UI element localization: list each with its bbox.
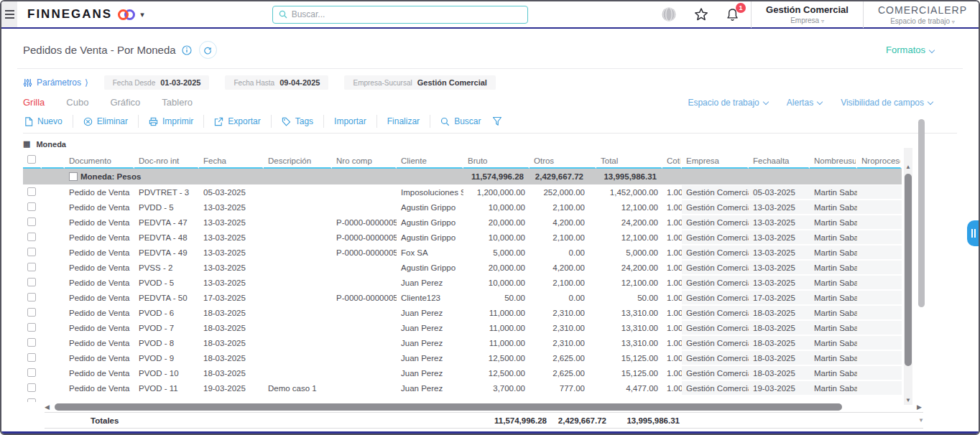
row-checkbox[interactable] — [27, 248, 36, 256]
column-header-bruto[interactable]: Bruto — [463, 154, 530, 169]
table-row[interactable]: Pedido de Venta PVOD - 6 18-03-2025 Juan… — [23, 305, 902, 320]
tab-grafico[interactable]: Gráfico — [110, 97, 140, 108]
scroll-up-icon[interactable]: ▲ — [905, 164, 911, 170]
page-vertical-scrollbar[interactable]: ▼ — [918, 42, 925, 429]
cell-bruto: 12,500.00 — [463, 354, 530, 362]
brand-caret-icon[interactable]: ▾ — [140, 10, 144, 19]
row-checkbox[interactable] — [27, 398, 36, 403]
scroll-left-icon[interactable]: ◀ — [45, 403, 50, 411]
company-selector[interactable]: Gestión Comercial Empresa ▿ — [754, 4, 860, 24]
global-search[interactable] — [272, 6, 528, 24]
row-checkbox[interactable] — [27, 293, 36, 301]
column-header-documento[interactable]: Documento — [65, 154, 134, 169]
delete-button[interactable]: Eliminar — [73, 115, 139, 128]
row-checkbox[interactable] — [27, 353, 36, 362]
divider — [751, 1, 752, 28]
select-all-checkbox[interactable] — [27, 155, 36, 164]
horizontal-scroll-thumb[interactable] — [55, 403, 842, 411]
export-button[interactable]: Exportar — [204, 115, 271, 128]
table-row[interactable]: Pedido de Venta PVOD - 11 19-03-2025 Dem… — [23, 380, 902, 396]
side-panel-toggle[interactable] — [967, 220, 980, 246]
table-row[interactable]: Pedido de Venta PEDVTA - 47 13-03-2025 P… — [23, 215, 902, 230]
globe-icon[interactable] — [660, 6, 678, 23]
filter-chip-fecha-desde[interactable]: Fecha Desde 01-03-2025 — [104, 75, 210, 90]
column-header-descripcion[interactable]: Descripción — [264, 154, 332, 169]
parameters-button[interactable]: Parámetros ⟩ — [23, 78, 88, 88]
cell-doc-nro-int: PEDVTA - 49 — [134, 248, 199, 257]
group-checkbox[interactable] — [69, 172, 78, 181]
table-row[interactable]: Pedido de Venta PEDVTA - 48 13-03-2025 P… — [23, 230, 902, 245]
formats-dropdown[interactable]: Formatos — [886, 45, 934, 55]
horizontal-scrollbar[interactable]: ◀ ▶ — [45, 403, 923, 412]
grid-scroll-thumb[interactable] — [905, 174, 912, 366]
global-search-input[interactable] — [292, 9, 522, 19]
favorites-star-icon[interactable] — [693, 6, 709, 22]
table-row[interactable]: Pedido de Venta PVOD - 9 18-03-2025 Juan… — [23, 350, 902, 365]
totals-row: Totales 11,574,996.28 2,429,667.72 13,99… — [45, 412, 923, 429]
notifications-bell-icon[interactable]: 1 — [725, 7, 740, 22]
filter-funnel-icon[interactable] — [492, 116, 502, 126]
row-checkbox[interactable] — [27, 278, 36, 286]
info-icon[interactable] — [182, 45, 192, 55]
link-espacio-de-trabajo[interactable]: Espacio de trabajo — [688, 98, 767, 108]
finalize-button[interactable]: Finalizar — [377, 115, 430, 128]
column-header-cotiz[interactable]: Cotiz — [662, 154, 682, 169]
table-row[interactable]: Pedido de Venta PEDVTA - 50 17-03-2025 P… — [23, 290, 902, 305]
cell-total: 13,310.00 — [596, 339, 662, 347]
column-header-cliente[interactable]: Cliente — [397, 154, 463, 169]
column-header-nroproceso[interactable]: Nroproceso — [857, 154, 902, 169]
hamburger-menu-icon[interactable] — [1, 1, 17, 27]
row-checkbox[interactable] — [27, 308, 36, 317]
row-checkbox[interactable] — [27, 233, 36, 241]
cell-cotiz: 1.00 — [662, 369, 682, 378]
group-row-moneda-pesos[interactable]: Moneda: Pesos 11,574,996.28 2,429,667.72… — [23, 169, 902, 184]
import-button[interactable]: Importar — [324, 115, 377, 128]
brand-logo[interactable]: FINNEGANS ▾ — [27, 7, 144, 22]
table-row[interactable]: Pedido de Venta PVOD - 10 18-03-2025 Jua… — [23, 365, 902, 380]
row-checkbox[interactable] — [27, 263, 36, 271]
row-checkbox[interactable] — [27, 338, 36, 347]
chip-label: Empresa-Sucursal — [353, 79, 412, 87]
cell-bruto: 20,000.00 — [463, 218, 530, 227]
divider — [863, 1, 864, 28]
tab-tablero[interactable]: Tablero — [162, 97, 193, 108]
new-button[interactable]: Nuevo — [23, 115, 73, 128]
scroll-down-icon[interactable]: ▼ — [918, 417, 924, 424]
column-header-fecha[interactable]: Fecha — [199, 154, 264, 169]
print-button[interactable]: Imprimir — [139, 115, 204, 128]
table-row[interactable]: Pedido de Venta PDVTRET - 3 05-03-2025 I… — [23, 184, 902, 200]
filter-chip-empresa-sucursal[interactable]: Empresa-Sucursal Gestión Comercial — [344, 75, 495, 90]
tags-button[interactable]: Tags — [272, 115, 324, 128]
row-checkbox[interactable] — [27, 218, 36, 226]
row-checkbox[interactable] — [27, 187, 36, 196]
table-row[interactable]: Pedido de Venta PVOD - 8 18-03-2025 Juan… — [23, 335, 902, 350]
column-header-otros[interactable]: Otros — [530, 154, 596, 169]
table-row[interactable]: Pedido de Venta PVOD - 5 13-03-2025 Juan… — [23, 275, 902, 290]
page-scroll-thumb[interactable] — [918, 119, 925, 307]
tab-grilla[interactable]: Grilla — [23, 97, 45, 108]
workspace-selector[interactable]: COMERCIALERP Espacio de trabajo ▿ — [866, 4, 979, 25]
column-header-doc-nro-int[interactable]: Doc-nro int — [134, 154, 199, 169]
scroll-down-icon[interactable]: ▼ — [905, 397, 911, 403]
refresh-button[interactable] — [199, 41, 217, 59]
column-header-empresa[interactable]: Empresa — [682, 154, 749, 169]
row-checkbox[interactable] — [27, 202, 36, 211]
row-checkbox[interactable] — [27, 383, 36, 392]
row-checkbox[interactable] — [27, 368, 36, 377]
tab-cubo[interactable]: Cubo — [66, 97, 88, 108]
column-header-fechaalta[interactable]: Fechaalta — [749, 154, 810, 169]
row-checkbox[interactable] — [27, 323, 36, 332]
table-row[interactable]: Pedido de Venta PVDD - 5 13-03-2025 Agus… — [23, 200, 902, 215]
chip-label: Fecha Hasta — [234, 79, 274, 87]
table-row[interactable]: Pedido de Venta PEDVTA - 49 13-03-2025 P… — [23, 245, 902, 260]
table-row[interactable]: Pedido de Venta PVSS - 2 13-03-2025 Agus… — [23, 260, 902, 275]
column-header-nro-comp[interactable]: Nro comp — [332, 154, 397, 169]
column-header-total[interactable]: Total — [596, 154, 662, 169]
filter-chip-fecha-hasta[interactable]: Fecha Hasta 09-04-2025 — [225, 75, 328, 90]
table-row[interactable]: Pedido de Venta PVOD - 7 18-03-2025 Juan… — [23, 320, 902, 335]
search-button[interactable]: Buscar — [430, 115, 491, 128]
grid-vertical-scrollbar[interactable]: ▲ ▼ — [904, 148, 912, 405]
link-alertas[interactable]: Alertas — [787, 98, 822, 108]
column-header-nombreusuario[interactable]: Nombreusuario — [810, 154, 857, 169]
cell-otros: 2,310.00 — [530, 324, 596, 332]
